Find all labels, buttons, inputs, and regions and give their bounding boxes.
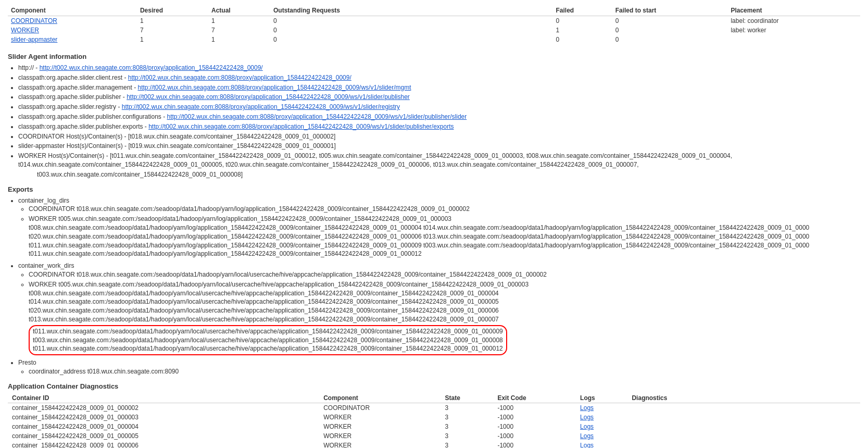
logs-link[interactable]: Logs xyxy=(580,442,594,448)
component-table: Component Desired Actual Outstanding Req… xyxy=(8,5,860,44)
logs-link-cell[interactable]: Logs xyxy=(576,403,627,413)
container-work-dirs-label: container_work_dirs xyxy=(18,262,74,269)
component-cell: slider-appmaster xyxy=(8,35,137,44)
list-item: slider-appmaster Host(s)/Container(s) - … xyxy=(18,142,860,151)
container-id-cell: container_1584422422428_0009_01_000002 xyxy=(8,403,319,413)
work-line: t014.wux.chin.seagate.com:/seadoop/data1… xyxy=(29,297,860,306)
list-item: http:// - http://t002.wux.chin.seagate.c… xyxy=(18,64,860,72)
component-cell: WORKER xyxy=(8,26,137,35)
exports-title: Exports xyxy=(8,185,860,193)
circled-work-line: t011.wux.chin.seagate.com:/seadoop/data1… xyxy=(33,344,503,353)
exports-list: container_log_dirs COORDINATOR t018.wux.… xyxy=(18,196,860,376)
diagnostics-title: Application Container Diagnostics xyxy=(8,382,860,390)
work-line: t020.wux.chin.seagate.com:/seadoop/data1… xyxy=(29,306,860,315)
diag-col-header: Component xyxy=(319,393,441,403)
col-actual: Actual xyxy=(208,5,270,16)
presto-label: Presto xyxy=(18,359,36,366)
component-link[interactable]: COORDINATOR xyxy=(11,17,57,24)
agent-link[interactable]: http://t002.wux.chin.seagate.com:8088/pr… xyxy=(128,74,351,81)
log-line: t011.wux.chin.seagate.com:/seadoop/data1… xyxy=(29,250,860,258)
logs-link[interactable]: Logs xyxy=(580,404,594,412)
agent-link[interactable]: http://t002.wux.chin.seagate.com:8088/pr… xyxy=(137,84,411,91)
component-link[interactable]: WORKER xyxy=(11,27,39,34)
log-line: t020.wux.chin.seagate.com:/seadoop/data1… xyxy=(29,232,860,241)
list-item: classpath:org.apache.slider.publisher.ex… xyxy=(18,122,860,131)
table-row: WORKER77010label: worker xyxy=(8,26,860,35)
col-desired: Desired xyxy=(137,5,208,16)
table-row: container_1584422422428_0009_01_000005WO… xyxy=(8,431,860,441)
table-row: container_1584422422428_0009_01_000002CO… xyxy=(8,403,860,413)
table-row: container_1584422422428_0009_01_000004WO… xyxy=(8,422,860,431)
list-item: WORKER Host(s)/Container(s) - [t011.wux.… xyxy=(18,152,860,169)
table-row: container_1584422422428_0009_01_000003WO… xyxy=(8,413,860,422)
component-cell: COORDINATOR xyxy=(8,16,137,26)
log-line: t011.wux.chin.seagate.com:/seadoop/data1… xyxy=(29,241,860,250)
logs-link-cell[interactable]: Logs xyxy=(576,441,627,448)
list-item: classpath:org.apache.slider.publisher.co… xyxy=(18,113,860,121)
exports-section: Exports container_log_dirs COORDINATOR t… xyxy=(8,185,860,376)
coordinator-work-item: COORDINATOR t018.wux.chin.seagate.com:/s… xyxy=(29,270,860,279)
slider-agent-title: Slider Agent information xyxy=(8,53,860,60)
agent-link[interactable]: http://t002.wux.chin.seagate.com:8088/pr… xyxy=(127,93,410,101)
list-item: classpath:org.apache.slider.management -… xyxy=(18,83,860,92)
container-log-dirs-item: container_log_dirs COORDINATOR t018.wux.… xyxy=(18,196,860,259)
container-log-dirs-label: container_log_dirs xyxy=(18,197,69,204)
worker-log-line1: WORKER t005.wux.chin.seagate.com:/seadoo… xyxy=(29,215,451,222)
container-id-cell: container_1584422422428_0009_01_000005 xyxy=(8,431,319,441)
logs-link-cell[interactable]: Logs xyxy=(576,431,627,441)
col-spacer xyxy=(448,5,552,16)
slider-agent-section: Slider Agent information http:// - http:… xyxy=(8,53,860,179)
diag-col-header: Exit Code xyxy=(493,393,576,403)
logs-link[interactable]: Logs xyxy=(580,423,594,430)
container-id-cell: container_1584422422428_0009_01_000003 xyxy=(8,413,319,422)
slider-agent-list: http:// - http://t002.wux.chin.seagate.c… xyxy=(18,64,860,169)
container-work-dirs-item: container_work_dirs COORDINATOR t018.wux… xyxy=(18,262,860,355)
table-row: COORDINATOR11000label: coordinator xyxy=(8,16,860,26)
container-work-dirs-sublist: COORDINATOR t018.wux.chin.seagate.com:/s… xyxy=(29,270,860,355)
agent-link[interactable]: http://t002.wux.chin.seagate.com:8088/pr… xyxy=(122,103,400,110)
coordinator-address-item: coordinator_address t018.wux.chin.seagat… xyxy=(29,367,860,376)
diag-col-header: Container ID xyxy=(8,393,319,403)
col-placement: Placement xyxy=(727,5,860,16)
container-log-dirs-sublist: COORDINATOR t018.wux.chin.seagate.com:/s… xyxy=(29,205,860,258)
diagnostics-table: Container IDComponentStateExit CodeLogsD… xyxy=(8,393,860,448)
work-line: t013.wux.chin.seagate.com:/seadoop/data1… xyxy=(29,315,860,324)
logs-link[interactable]: Logs xyxy=(580,432,594,440)
container-id-cell: container_1584422422428_0009_01_000004 xyxy=(8,422,319,431)
col-component: Component xyxy=(8,5,137,16)
circled-work-line: t003.wux.chin.seagate.com:/seadoop/data1… xyxy=(33,336,503,345)
agent-link[interactable]: http://t002.wux.chin.seagate.com:8088/pr… xyxy=(167,113,467,120)
list-item: classpath:org.apache.slider.publisher - … xyxy=(18,93,860,102)
logs-link-cell[interactable]: Logs xyxy=(576,413,627,422)
table-row: container_1584422422428_0009_01_000006WO… xyxy=(8,441,860,448)
presto-item: Presto coordinator_address t018.wux.chin… xyxy=(18,358,860,376)
table-row: slider-appmaster11000 xyxy=(8,35,860,44)
component-link[interactable]: slider-appmaster xyxy=(11,36,57,43)
diag-col-header: Diagnostics xyxy=(627,393,860,403)
diagnostics-section: Application Container Diagnostics Contai… xyxy=(8,382,860,448)
list-item: classpath:org.apache.slider.client.rest … xyxy=(18,73,860,82)
presto-sublist: coordinator_address t018.wux.chin.seagat… xyxy=(29,367,860,376)
agent-link[interactable]: http://t002.wux.chin.seagate.com:8088/pr… xyxy=(148,123,454,130)
col-outstanding: Outstanding Requests xyxy=(270,5,448,16)
coordinator-log-item: COORDINATOR t018.wux.chin.seagate.com:/s… xyxy=(29,205,860,214)
worker-work-line1: WORKER t005.wux.chin.seagate.com:/seadoo… xyxy=(29,281,529,288)
diag-col-header: State xyxy=(441,393,494,403)
container-id-cell: container_1584422422428_0009_01_000006 xyxy=(8,441,319,448)
circled-work-line: t011.wux.chin.seagate.com:/seadoop/data1… xyxy=(33,327,503,336)
work-line: t008.wux.chin.seagate.com:/seadoop/data1… xyxy=(29,289,860,298)
worker-cont-line2: t003.wux.chin.seagate.com/container_1584… xyxy=(37,170,860,179)
logs-link[interactable]: Logs xyxy=(580,414,594,421)
circled-work-lines: t011.wux.chin.seagate.com:/seadoop/data1… xyxy=(29,325,507,355)
list-item: COORDINATOR Host(s)/Container(s) - [t018… xyxy=(18,132,860,141)
list-item: classpath:org.apache.slider.registry - h… xyxy=(18,103,860,111)
diag-col-header: Logs xyxy=(576,393,627,403)
col-failed: Failed xyxy=(552,5,612,16)
logs-link-cell[interactable]: Logs xyxy=(576,422,627,431)
worker-work-item: WORKER t005.wux.chin.seagate.com:/seadoo… xyxy=(29,280,860,355)
worker-log-item: WORKER t005.wux.chin.seagate.com:/seadoo… xyxy=(29,215,860,258)
col-failed-start: Failed to start xyxy=(612,5,728,16)
log-line: t008.wux.chin.seagate.com:/seadoop/data1… xyxy=(29,223,860,232)
agent-link[interactable]: http://t002.wux.chin.seagate.com:8088/pr… xyxy=(40,64,263,71)
